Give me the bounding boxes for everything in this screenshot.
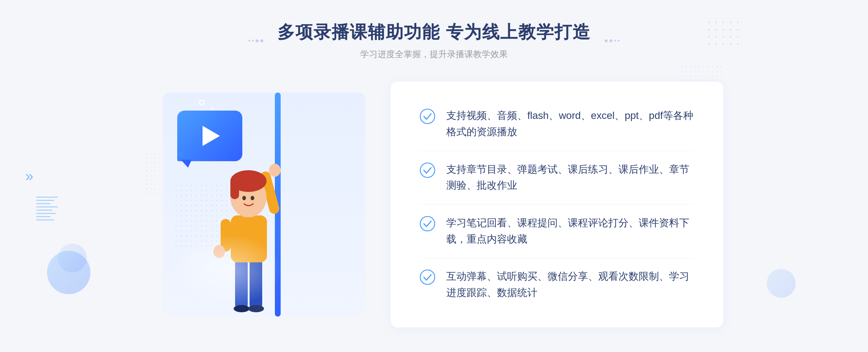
deco-circle-2 <box>58 244 87 272</box>
svg-point-2 <box>234 305 250 312</box>
check-icon-1 <box>420 108 435 124</box>
features-card: 支持视频、音频、flash、word、excel、ppt、pdf等各种格式的资源… <box>391 82 723 327</box>
left-chevron-icon: » <box>25 168 33 184</box>
subtitle: 学习进度全掌握，提升录播课教学效果 <box>277 48 590 60</box>
header-section: 多项录播课辅助功能 专为线上教学打造 学习进度全掌握，提升录播课教学效果 <box>277 22 590 60</box>
feature-text-2: 支持章节目录、弹题考试、课后练习、课后作业、章节测验、批改作业 <box>446 162 694 194</box>
svg-point-13 <box>242 196 246 200</box>
check-icon-4 <box>420 269 435 285</box>
header-dots-right <box>605 39 620 42</box>
header-dots-left <box>248 39 263 42</box>
feature-divider-3 <box>420 258 694 258</box>
feature-text-4: 互动弹幕、试听购买、微信分享、观看次数限制、学习进度跟踪、数据统计 <box>446 269 694 301</box>
svg-point-18 <box>420 270 435 284</box>
deco-grid-top <box>708 22 741 48</box>
light-beam <box>174 233 282 306</box>
feature-item-2: 支持章节目录、弹题考试、课后练习、课后作业、章节测验、批改作业 <box>420 156 694 200</box>
arrow-deco-icon: « <box>177 147 184 160</box>
feature-item-1: 支持视频、音频、flash、word、excel、ppt、pdf等各种格式的资源… <box>420 102 694 146</box>
svg-rect-10 <box>230 177 239 199</box>
illustration-container: « <box>145 82 383 327</box>
svg-point-14 <box>251 196 254 200</box>
svg-point-11 <box>269 164 281 177</box>
svg-point-3 <box>248 305 264 312</box>
svg-point-16 <box>420 163 435 177</box>
check-icon-3 <box>420 216 435 232</box>
main-title: 多项录播课辅助功能 专为线上教学打造 <box>277 22 590 43</box>
feature-divider-1 <box>420 151 694 151</box>
svg-point-15 <box>420 109 435 124</box>
page-container: » 多项录播课辅助功能 专为线上教学打造 学习进度全掌握，提升录 <box>0 0 868 352</box>
flash-circle-1 <box>199 100 205 106</box>
deco-lines <box>36 197 58 233</box>
feature-text-3: 学习笔记回看、课程提问、课程评论打分、课件资料下载，重点内容收藏 <box>446 215 694 248</box>
feature-item-3: 学习笔记回看、课程提问、课程评论打分、课件资料下载，重点内容收藏 <box>420 209 694 253</box>
flash-circle-2 <box>210 107 214 111</box>
feature-divider-2 <box>420 204 694 205</box>
svg-point-17 <box>420 216 435 231</box>
feature-text-1: 支持视频、音频、flash、word、excel、ppt、pdf等各种格式的资源… <box>446 108 694 140</box>
check-icon-2 <box>420 162 435 178</box>
main-content: « <box>145 82 723 327</box>
deco-semi-circle <box>767 269 796 298</box>
feature-item-4: 互动弹幕、试听购买、微信分享、观看次数限制、学习进度跟踪、数据统计 <box>420 263 694 307</box>
